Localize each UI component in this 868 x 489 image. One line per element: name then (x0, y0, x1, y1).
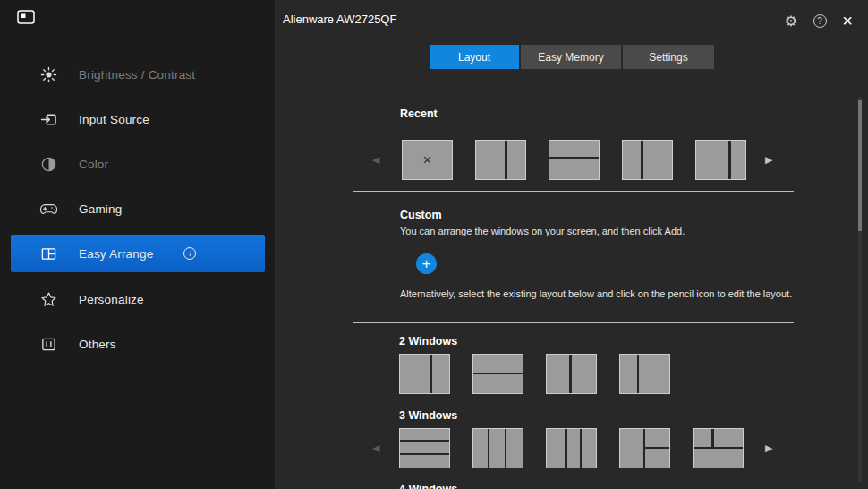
layout-pane (506, 429, 523, 468)
sidebar-item-label: Color (79, 158, 108, 171)
layout-pane (400, 442, 449, 453)
layout-pane (400, 429, 449, 440)
layout-thumbnail[interactable] (472, 354, 523, 394)
sidebar-item-brightness-contrast[interactable]: Brightness / Contrast (11, 56, 265, 93)
help-button[interactable]: ? (809, 10, 830, 31)
layout-pane (432, 355, 449, 393)
settings-gear-button[interactable]: ⚙ (780, 10, 802, 31)
layout-pane (547, 429, 565, 468)
layout-pane (473, 374, 523, 393)
layout-thumbnail[interactable]: × (402, 140, 453, 180)
layout-thumbnail[interactable] (622, 140, 673, 180)
sidebar-item-label: Gaming (79, 202, 122, 216)
recent-next-arrow-icon[interactable]: ▶ (765, 154, 772, 165)
sidebar-item-label: Input Source (79, 113, 149, 126)
brightness-icon (38, 64, 58, 84)
recent-layouts-row: × (402, 140, 746, 180)
custom-instruction-edit: Alternatively, select the existing layou… (400, 288, 804, 301)
plus-icon: + (422, 256, 431, 271)
layout-pane (400, 355, 430, 393)
layout-pane (694, 449, 743, 468)
layout-thumbnail[interactable] (399, 428, 450, 468)
layout-thumbnail[interactable] (546, 428, 597, 468)
section-title-2-windows: 2 Windows (399, 335, 457, 347)
layout-thumbnail[interactable] (549, 140, 600, 180)
sidebar-item-gaming[interactable]: Gaming (11, 190, 265, 227)
section-divider (353, 191, 794, 192)
tab-easy-memory[interactable]: Easy Memory (521, 45, 621, 69)
close-icon: × (842, 11, 853, 31)
layout-pane (476, 141, 505, 179)
easy-arrange-info-icon[interactable]: i (183, 247, 196, 260)
two-windows-layouts-row (399, 354, 670, 394)
scrollbar-thumb[interactable] (858, 100, 862, 231)
layout-pane (620, 355, 637, 393)
layout-pane (473, 355, 523, 373)
three-windows-layouts-row (399, 428, 744, 468)
layout-pane (547, 355, 569, 393)
others-icon (38, 334, 58, 354)
section-divider (353, 322, 794, 323)
layout-pane (507, 141, 525, 179)
no-layout-x-icon: × (403, 141, 452, 179)
sidebar-item-color[interactable]: Color (11, 145, 265, 183)
custom-instruction-add: You can arrange the windows on your scre… (400, 226, 685, 238)
main-tabs: Layout Easy Memory Settings (430, 45, 714, 69)
three-windows-next-arrow-icon[interactable]: ▶ (765, 442, 772, 453)
layout-thumbnail[interactable] (399, 354, 450, 394)
scrollbar-track[interactable] (858, 97, 862, 482)
sidebar-item-label: Easy Arrange (79, 247, 153, 261)
sidebar-item-easy-arrange[interactable]: Easy Arrange i (11, 235, 265, 272)
gear-icon: ⚙ (785, 13, 797, 30)
sidebar-item-label: Personalize (79, 293, 144, 306)
layout-thumbnail[interactable] (619, 354, 670, 394)
star-icon (38, 289, 58, 309)
sidebar: Brightness / Contrast Input Source Color (0, 0, 275, 489)
layout-pane (639, 355, 669, 393)
layout-pane (549, 159, 599, 179)
layout-thumbnail[interactable] (546, 354, 597, 394)
layout-pane (645, 449, 669, 468)
gamepad-icon (38, 199, 58, 219)
section-title-4-windows: 4 Windows (399, 483, 457, 489)
layout-pane (696, 141, 728, 179)
three-windows-prev-arrow-icon[interactable]: ◀ (372, 442, 379, 453)
app-logo-icon (16, 7, 36, 27)
layout-pane (582, 429, 596, 468)
layout-pane (473, 429, 488, 468)
layout-pane (400, 455, 449, 468)
layout-pane (549, 141, 599, 157)
section-title-recent: Recent (400, 107, 438, 120)
section-title-custom: Custom (400, 209, 442, 221)
layout-pane (731, 141, 746, 179)
layout-pane (694, 429, 711, 447)
layout-thumbnail[interactable] (693, 428, 744, 468)
layout-thumbnail[interactable] (619, 428, 670, 468)
sidebar-item-others[interactable]: Others (11, 325, 265, 363)
easy-arrange-icon (38, 244, 58, 263)
color-icon (38, 154, 58, 174)
layout-pane (643, 141, 672, 179)
layout-pane (623, 141, 641, 179)
layout-pane (714, 429, 743, 447)
layout-thumbnail[interactable] (695, 140, 746, 180)
sidebar-item-label: Others (79, 338, 116, 351)
sidebar-item-input-source[interactable]: Input Source (11, 100, 265, 138)
close-button[interactable]: × (837, 10, 858, 31)
add-layout-button[interactable]: + (416, 253, 437, 274)
sidebar-item-personalize[interactable]: Personalize (11, 280, 265, 318)
layout-pane (567, 429, 580, 468)
page-title: Alienware AW2725QF (283, 13, 396, 26)
recent-prev-arrow-icon[interactable]: ◀ (372, 154, 379, 165)
layout-pane (572, 355, 597, 393)
tab-settings[interactable]: Settings (623, 45, 714, 69)
layout-thumbnail[interactable] (472, 428, 523, 468)
sidebar-item-label: Brightness / Contrast (79, 68, 195, 82)
layout-pane (645, 429, 669, 447)
tab-layout[interactable]: Layout (430, 45, 519, 69)
layout-pane (489, 429, 505, 468)
section-title-3-windows: 3 Windows (399, 409, 457, 422)
app-window: Brightness / Contrast Input Source Color (0, 0, 868, 489)
layout-thumbnail[interactable] (475, 140, 526, 180)
layout-pane (620, 429, 643, 468)
